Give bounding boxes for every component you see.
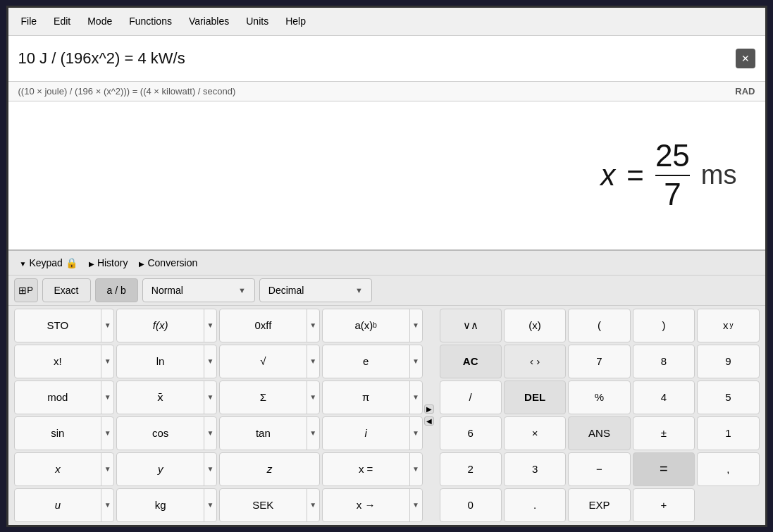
history-arrow-icon: [89, 257, 94, 268]
pi-button[interactable]: π ▼: [322, 381, 423, 414]
history-toggle[interactable]: History: [85, 255, 132, 271]
minus-button[interactable]: −: [568, 452, 630, 486]
sqrt-button[interactable]: √ ▼: [219, 345, 320, 378]
comma-button[interactable]: ,: [697, 452, 759, 486]
fraction-button[interactable]: a / b: [95, 278, 138, 302]
lock-icon: 🔒: [66, 257, 78, 268]
clear-button[interactable]: ✕: [736, 49, 755, 68]
menu-units[interactable]: Units: [239, 13, 276, 30]
grid-view-button[interactable]: ⊞ P: [14, 278, 38, 302]
digit-8-button[interactable]: 8: [633, 345, 695, 378]
mod-button[interactable]: mod ▼: [14, 381, 115, 414]
ln-arrow[interactable]: ▼: [204, 345, 216, 378]
mod-arrow[interactable]: ▼: [101, 381, 113, 414]
menu-file[interactable]: File: [14, 13, 44, 30]
euler-arrow[interactable]: ▼: [409, 345, 422, 378]
hex-button[interactable]: 0xff ▼: [219, 309, 320, 342]
xeq-button[interactable]: x = ▼: [322, 452, 423, 486]
sigma-arrow[interactable]: ▼: [307, 381, 319, 414]
expand-left-arrow[interactable]: ◀: [424, 416, 434, 426]
del-button[interactable]: DEL: [504, 381, 566, 414]
exact-button[interactable]: Exact: [42, 278, 91, 302]
digit-4-button[interactable]: 4: [633, 381, 695, 414]
mean-arrow[interactable]: ▼: [204, 381, 216, 414]
plus-button[interactable]: +: [633, 488, 695, 522]
var-x-arrow[interactable]: ▼: [101, 453, 113, 485]
xeq-arrow[interactable]: ▼: [409, 453, 422, 485]
digit-0-button[interactable]: 0: [440, 488, 502, 522]
mean-button[interactable]: x̄ ▼: [116, 381, 217, 414]
equals-button[interactable]: =: [633, 452, 695, 486]
kg-button[interactable]: kg ▼: [116, 488, 217, 522]
decimal-button[interactable]: .: [504, 488, 566, 522]
digit-5-button[interactable]: 5: [697, 381, 759, 414]
ln-button[interactable]: ln ▼: [116, 345, 217, 378]
multiply-button[interactable]: ×: [504, 416, 566, 450]
digit-2-button[interactable]: 2: [440, 452, 502, 486]
var-y-button[interactable]: y ▼: [116, 452, 217, 486]
menu-help[interactable]: Help: [278, 13, 313, 30]
imaginary-button[interactable]: i ▼: [322, 416, 423, 450]
menu-variables[interactable]: Variables: [182, 13, 236, 30]
sto-button[interactable]: STO ▼: [14, 309, 115, 342]
nav-updown-button[interactable]: ∨∧: [440, 309, 502, 342]
result-variable: x: [600, 159, 615, 192]
sigma-button[interactable]: Σ ▼: [219, 381, 320, 414]
hex-arrow[interactable]: ▼: [307, 309, 319, 342]
var-y-arrow[interactable]: ▼: [204, 453, 216, 485]
digit-9-button[interactable]: 9: [697, 345, 759, 378]
menu-mode[interactable]: Mode: [80, 13, 119, 30]
digit-1-button[interactable]: 1: [697, 416, 759, 450]
menu-edit[interactable]: Edit: [47, 13, 78, 30]
grid-icon: ⊞: [18, 285, 27, 296]
digit-6-button[interactable]: 6: [440, 416, 502, 450]
var-x-button[interactable]: x ▼: [14, 452, 115, 486]
cos-arrow[interactable]: ▼: [204, 417, 216, 450]
plusminus-button[interactable]: ±: [633, 416, 695, 450]
axb-button[interactable]: a(x)b ▼: [322, 309, 423, 342]
xarrow-button[interactable]: x → ▼: [322, 488, 423, 522]
tan-button[interactable]: tan ▼: [219, 416, 320, 450]
expand-right-arrow[interactable]: ▶: [424, 404, 434, 414]
kg-arrow[interactable]: ▼: [204, 489, 216, 521]
decimal-dropdown[interactable]: Decimal ▼: [259, 278, 372, 302]
divide-button[interactable]: /: [440, 381, 502, 414]
keypad-toggle[interactable]: Keypad 🔒: [16, 255, 82, 271]
paren-x-button[interactable]: (x): [504, 309, 566, 342]
sqrt-arrow[interactable]: ▼: [307, 345, 319, 378]
tan-arrow[interactable]: ▼: [307, 417, 319, 450]
expression-input[interactable]: [18, 49, 736, 68]
power-button[interactable]: xy: [697, 309, 759, 342]
factorial-arrow[interactable]: ▼: [101, 345, 113, 378]
open-paren-button[interactable]: (: [568, 309, 630, 342]
nav-leftright-button[interactable]: ‹ ›: [504, 345, 566, 378]
input-area: ✕: [8, 36, 765, 82]
imaginary-arrow[interactable]: ▼: [409, 417, 422, 450]
var-u-arrow[interactable]: ▼: [101, 489, 113, 521]
conversion-toggle[interactable]: Conversion: [135, 255, 202, 271]
digit-7-button[interactable]: 7: [568, 345, 630, 378]
sin-button[interactable]: sin ▼: [14, 416, 115, 450]
xarrow-arrow[interactable]: ▼: [409, 489, 422, 521]
cos-button[interactable]: cos ▼: [116, 416, 217, 450]
close-paren-button[interactable]: ): [633, 309, 695, 342]
ac-button[interactable]: AC: [440, 345, 502, 378]
sin-arrow[interactable]: ▼: [101, 417, 113, 450]
ans-button[interactable]: ANS: [568, 416, 630, 450]
var-u-button[interactable]: u ▼: [14, 488, 115, 522]
var-z-button[interactable]: z: [219, 452, 320, 486]
exp-button[interactable]: EXP: [568, 488, 630, 522]
normal-dropdown[interactable]: Normal ▼: [142, 278, 255, 302]
digit-3-button[interactable]: 3: [504, 452, 566, 486]
fx-button[interactable]: f(x) ▼: [116, 309, 217, 342]
percent-button[interactable]: %: [568, 381, 630, 414]
sto-arrow[interactable]: ▼: [101, 309, 113, 342]
sek-button[interactable]: SEK ▼: [219, 488, 320, 522]
pi-arrow[interactable]: ▼: [409, 381, 422, 414]
euler-button[interactable]: e ▼: [322, 345, 423, 378]
menu-functions[interactable]: Functions: [122, 13, 179, 30]
sek-arrow[interactable]: ▼: [307, 489, 319, 521]
axb-arrow[interactable]: ▼: [409, 309, 422, 342]
factorial-button[interactable]: x! ▼: [14, 345, 115, 378]
fx-arrow[interactable]: ▼: [204, 309, 216, 342]
